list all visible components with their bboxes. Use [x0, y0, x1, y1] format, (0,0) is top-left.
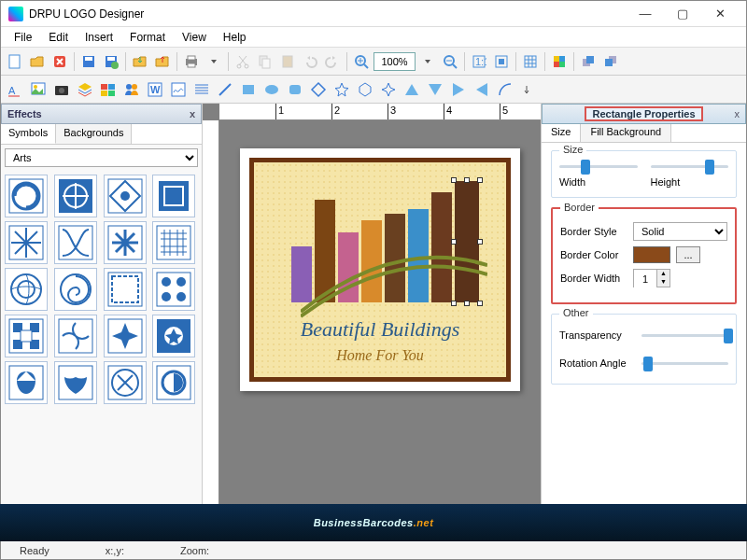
- symbol-item[interactable]: [5, 361, 48, 404]
- symbol-item[interactable]: [152, 175, 195, 217]
- export-button[interactable]: [152, 51, 173, 72]
- line-tool[interactable]: [215, 79, 235, 100]
- lines-tool[interactable]: [191, 79, 212, 100]
- rotation-slider[interactable]: [641, 356, 728, 371]
- symbol-item[interactable]: [152, 315, 195, 357]
- people-tool[interactable]: [121, 79, 142, 100]
- triangle-up-tool[interactable]: [402, 79, 422, 100]
- gallery-tool[interactable]: [98, 79, 119, 100]
- menu-view[interactable]: View: [175, 29, 214, 46]
- logo-card[interactable]: Beautiful Buildings Home For You: [249, 158, 511, 382]
- tab-size[interactable]: Size: [542, 124, 581, 142]
- symbol-item[interactable]: [152, 268, 195, 311]
- border-style-select[interactable]: Solid: [633, 222, 727, 241]
- transparency-slider[interactable]: [641, 328, 728, 343]
- undo-button[interactable]: [300, 51, 320, 72]
- spin-up[interactable]: ▲: [657, 270, 669, 278]
- send-back-button[interactable]: [600, 51, 621, 72]
- logo-subtitle[interactable]: Home For You: [254, 347, 506, 364]
- ellipse-tool[interactable]: [261, 79, 282, 100]
- symbol-item[interactable]: [104, 221, 147, 264]
- width-slider[interactable]: [559, 159, 638, 174]
- minimize-button[interactable]: —: [627, 1, 664, 27]
- menu-edit[interactable]: Edit: [41, 29, 76, 46]
- symbol-item[interactable]: [54, 175, 97, 217]
- star4-tool[interactable]: [378, 79, 399, 100]
- rect-filled-tool[interactable]: [238, 79, 259, 100]
- symbols-category-select[interactable]: Arts: [5, 148, 198, 167]
- paste-button[interactable]: [277, 51, 298, 72]
- zoom-input[interactable]: 100%: [374, 52, 416, 71]
- symbol-item[interactable]: [152, 361, 195, 404]
- signature-tool[interactable]: [168, 79, 189, 100]
- symbol-item[interactable]: [54, 268, 97, 311]
- star-tool[interactable]: [331, 79, 352, 100]
- menu-insert[interactable]: Insert: [78, 29, 120, 46]
- fit-button[interactable]: [491, 51, 512, 72]
- symbol-item[interactable]: [5, 268, 48, 311]
- tab-symbols[interactable]: Symbols: [1, 124, 56, 144]
- new-button[interactable]: [5, 51, 25, 72]
- symbol-item[interactable]: [152, 221, 195, 264]
- actual-size-button[interactable]: 1:1: [469, 51, 489, 72]
- triangle-right-tool[interactable]: [448, 79, 469, 100]
- import-button[interactable]: [130, 51, 150, 72]
- image-tool[interactable]: [28, 79, 49, 100]
- close-button[interactable]: ✕: [701, 1, 739, 27]
- arc-tool[interactable]: [495, 79, 515, 100]
- redo-button[interactable]: [322, 51, 343, 72]
- bring-front-button[interactable]: [578, 51, 599, 72]
- save-as-button[interactable]: [101, 51, 121, 72]
- canvas-page[interactable]: Beautiful Buildings Home For You: [240, 148, 520, 391]
- zoom-dropdown[interactable]: [417, 51, 438, 72]
- grid-button[interactable]: [520, 51, 541, 72]
- word-tool[interactable]: W: [145, 79, 165, 100]
- canvas-viewport[interactable]: Beautiful Buildings Home For You: [219, 120, 541, 540]
- text-tool[interactable]: A: [5, 79, 25, 100]
- menu-file[interactable]: File: [7, 29, 39, 46]
- logo-title[interactable]: Beautiful Buildings: [254, 317, 506, 342]
- diamond-tool[interactable]: [308, 79, 329, 100]
- symbol-item[interactable]: [104, 175, 147, 217]
- spin-down[interactable]: ▼: [657, 278, 669, 287]
- symbol-item[interactable]: [5, 221, 48, 264]
- maximize-button[interactable]: ▢: [664, 1, 701, 27]
- menu-help[interactable]: Help: [216, 29, 254, 46]
- border-color-swatch[interactable]: [633, 246, 670, 263]
- tab-fill-background[interactable]: Fill Background: [581, 124, 671, 142]
- print-button[interactable]: [181, 51, 202, 72]
- symbol-item[interactable]: [104, 361, 147, 404]
- svg-point-33: [34, 85, 37, 89]
- copy-button[interactable]: [255, 51, 275, 72]
- triangle-left-tool[interactable]: [472, 79, 492, 100]
- symbol-item[interactable]: [104, 268, 147, 311]
- zoom-out-button[interactable]: [440, 51, 460, 72]
- zoom-in-button[interactable]: [351, 51, 372, 72]
- symbol-item[interactable]: [54, 315, 97, 357]
- polygon-tool[interactable]: [355, 79, 375, 100]
- symbol-item[interactable]: [5, 315, 48, 357]
- symbol-item[interactable]: [5, 175, 48, 217]
- symbol-item[interactable]: [54, 221, 97, 264]
- border-width-spinner[interactable]: ▲▼: [633, 269, 670, 287]
- height-slider[interactable]: [651, 159, 729, 174]
- symbol-item[interactable]: [54, 361, 97, 404]
- color-button[interactable]: [549, 51, 570, 72]
- save-button[interactable]: [78, 51, 99, 72]
- properties-close[interactable]: x: [735, 108, 740, 119]
- border-width-input[interactable]: [634, 270, 656, 288]
- open-button[interactable]: [27, 51, 48, 72]
- layers-tool[interactable]: [75, 79, 95, 100]
- camera-tool[interactable]: [51, 79, 72, 100]
- delete-button[interactable]: [49, 51, 70, 72]
- effects-panel-close[interactable]: x: [190, 108, 195, 119]
- symbol-item[interactable]: [104, 315, 147, 357]
- more-shapes[interactable]: [518, 79, 539, 100]
- print-dropdown[interactable]: [204, 51, 224, 72]
- cut-button[interactable]: [233, 51, 253, 72]
- roundrect-tool[interactable]: [285, 79, 305, 100]
- menu-format[interactable]: Format: [122, 29, 173, 46]
- tab-backgrounds[interactable]: Backgrounds: [56, 124, 132, 144]
- triangle-down-tool[interactable]: [425, 79, 445, 100]
- border-color-picker-button[interactable]: ...: [676, 246, 700, 263]
